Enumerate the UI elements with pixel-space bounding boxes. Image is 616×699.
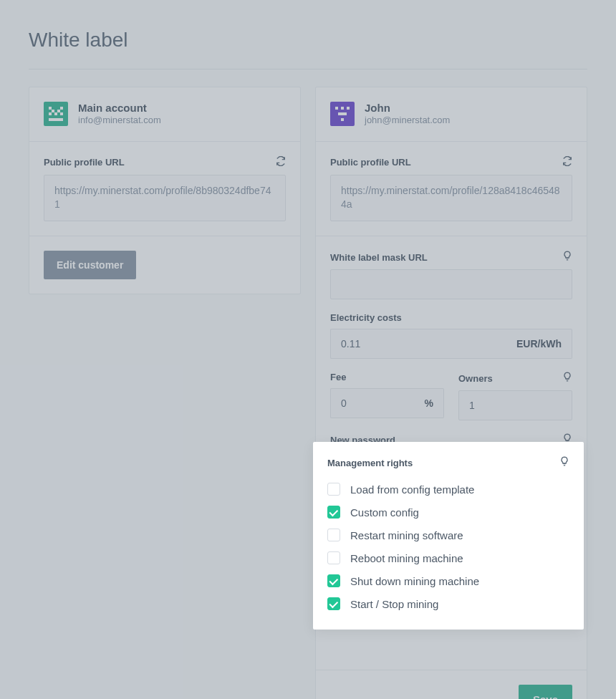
fee-label: Fee [330, 372, 346, 382]
account-name: John [365, 102, 450, 115]
svg-rect-10 [57, 118, 60, 121]
svg-rect-17 [341, 112, 344, 115]
page-title: White label [29, 29, 587, 52]
rights-item-label: Shut down mining machine [350, 575, 479, 587]
checkbox[interactable] [327, 529, 340, 541]
save-button[interactable]: Save [519, 685, 572, 699]
mask-url-input[interactable] [330, 269, 572, 299]
svg-rect-4 [49, 112, 52, 115]
svg-rect-16 [344, 112, 347, 115]
electricity-unit: EUR/kWh [506, 329, 572, 359]
svg-rect-8 [60, 118, 63, 121]
svg-rect-15 [338, 112, 341, 115]
svg-rect-7 [49, 118, 52, 121]
svg-rect-12 [335, 107, 338, 110]
svg-rect-18 [341, 118, 344, 121]
svg-rect-9 [52, 118, 54, 121]
public-url-value[interactable]: https://my.minerstat.com/profile/128a841… [330, 175, 572, 221]
svg-rect-3 [57, 110, 60, 112]
rights-item-label: Restart mining software [350, 529, 463, 541]
checkbox[interactable] [327, 574, 340, 587]
mask-url-label: White label mask URL [330, 252, 428, 263]
account-email: john@minerstat.com [365, 115, 450, 127]
management-rights-title: Management rights [327, 458, 413, 468]
avatar [44, 102, 68, 126]
rights-item[interactable]: Custom config [327, 501, 569, 524]
rights-item-label: Load from config template [350, 483, 474, 496]
bulb-icon[interactable] [562, 251, 572, 264]
fee-unit: % [415, 388, 444, 418]
rights-item-label: Start / Stop mining [350, 598, 438, 610]
public-url-value[interactable]: https://my.minerstat.com/profile/8b98032… [44, 175, 286, 221]
owners-label: Owners [458, 373, 493, 384]
svg-rect-1 [60, 107, 63, 110]
electricity-input[interactable] [330, 329, 506, 359]
bulb-icon[interactable] [562, 372, 572, 385]
public-url-label: Public profile URL [330, 157, 411, 168]
svg-rect-5 [60, 112, 63, 115]
account-email: info@minerstat.com [78, 115, 161, 127]
refresh-icon[interactable] [562, 156, 572, 169]
divider [29, 69, 587, 69]
edit-customer-button[interactable]: Edit customer [44, 251, 136, 279]
checkbox[interactable] [327, 597, 340, 610]
svg-rect-14 [341, 107, 344, 110]
account-name: Main account [78, 102, 161, 115]
owners-input[interactable] [458, 390, 572, 420]
checkbox[interactable] [327, 483, 340, 496]
main-account-card: Main account info@minerstat.com Public p… [29, 87, 301, 294]
rights-item[interactable]: Shut down mining machine [327, 569, 569, 592]
rights-item[interactable]: Start / Stop mining [327, 592, 569, 615]
refresh-icon[interactable] [276, 156, 286, 169]
management-rights-panel: Management rights Load from config templ… [313, 442, 584, 630]
rights-item[interactable]: Restart mining software [327, 524, 569, 546]
rights-item-label: Reboot mining machine [350, 552, 463, 564]
checkbox[interactable] [327, 506, 340, 519]
fee-input[interactable] [330, 388, 415, 418]
svg-rect-0 [49, 107, 52, 110]
rights-item[interactable]: Reboot mining machine [327, 546, 569, 569]
rights-item[interactable]: Load from config template [327, 478, 569, 501]
avatar [330, 102, 355, 126]
svg-rect-13 [347, 107, 350, 110]
rights-item-label: Custom config [350, 506, 419, 519]
electricity-label: Electricity costs [330, 312, 402, 323]
bulb-icon[interactable] [559, 456, 569, 469]
svg-rect-6 [54, 112, 57, 115]
svg-rect-2 [52, 110, 54, 112]
public-url-label: Public profile URL [44, 157, 125, 168]
checkbox[interactable] [327, 551, 340, 564]
svg-rect-11 [54, 118, 57, 121]
